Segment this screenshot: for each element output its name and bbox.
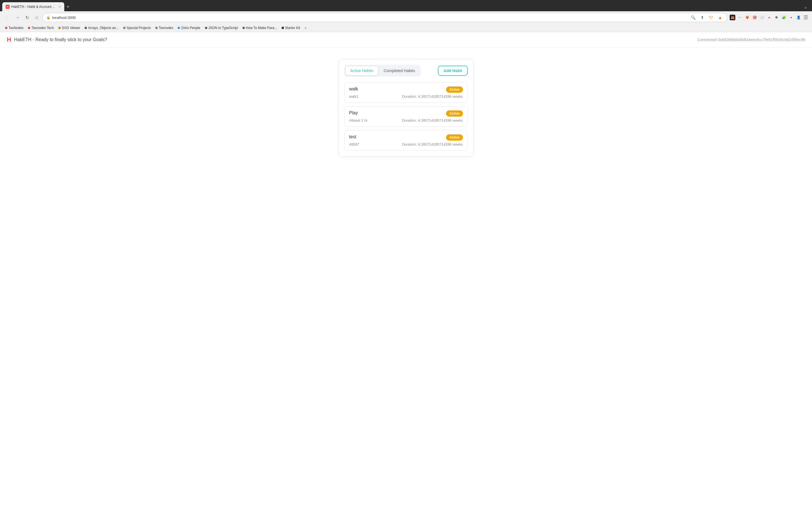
nav-bar: ← → ↻ ☆ 🔒 localhost:3000 🔍 ⬆ 🛡 ▲ 🦊 ··· 🦊… [0,11,812,24]
habit-name: walk [349,87,358,92]
habit-badge: Active [446,110,463,117]
bookmark-dot [205,27,207,29]
habit-duration: Duration: 4.285714285714286 weeks [402,142,463,147]
app-logo-icon: H [7,36,11,43]
bookmark-button[interactable]: ☆ [33,14,40,21]
bookmarks-bar: TaxNodes Taxnodes Tech SVG Viewer Arrays… [0,24,812,32]
app-logo-text: HabETH - Ready to finally stick to your … [14,37,107,42]
bookmark-dot [58,27,61,29]
bookmark-label: JSON to TypeScript [208,26,238,30]
bookmark-folder-icon [123,27,125,29]
habit-card-top: test Active [349,134,463,140]
bookmark-starter[interactable]: Starter Kit [280,25,302,31]
bookmark-label: Taxnodes [159,26,173,30]
brave-rewards[interactable]: ▲ [716,15,724,20]
bookmark-para[interactable]: How To Make Para... [241,25,279,31]
forward-button[interactable]: → [13,14,21,21]
habit-desc: Atleast 1 hr [349,118,368,122]
habits-panel: Active Habits Completed Habits Add Habit… [338,59,474,157]
ext-icon-6[interactable]: ❄ [774,15,779,20]
tab-menu-button[interactable]: ⌄ [802,4,810,10]
ext-icon-4[interactable]: ⚪ [759,15,765,20]
bookmark-label: Zoho People [181,26,200,30]
habit-badge: Active [446,134,463,140]
address-bar[interactable]: 🔒 localhost:3000 🔍 ⬆ 🛡 ▲ [43,13,727,22]
new-tab-button[interactable]: + [64,4,72,10]
app-header: H HabETH - Ready to finally stick to you… [0,32,812,48]
add-habit-button[interactable]: Add Habit [438,66,468,76]
wallet-address: Connected 0x68266b8d4b834eec6cc7fe91f563… [698,38,805,42]
ext-icon-3[interactable]: 🎯 [752,15,757,20]
bookmark-label: Special Projects [126,26,151,30]
tabs-row: Active Habits Completed Habits Add Habit [344,65,468,76]
habit-card: test Active 49587 Duration: 4.2857142857… [344,130,468,151]
bookmark-dot [5,27,7,29]
app-logo: H HabETH - Ready to finally stick to you… [7,36,107,43]
bookmark-label: SVG Viewer [62,26,80,30]
ext-menu-icon[interactable]: ··· [737,15,743,20]
habit-duration: Duration: 4.285714285714286 weeks [402,118,463,122]
bookmark-label: How To Make Para... [246,26,277,30]
habit-card-top: walk Active [349,87,463,93]
bookmark-special-projects[interactable]: Special Projects [121,25,153,31]
brave-shield[interactable]: 🛡 [707,15,715,20]
ext-icon-1[interactable]: 🦊 [730,15,735,20]
tab-active-habits[interactable]: Active Habits [345,66,378,75]
address-bar-actions: 🔍 ⬆ 🛡 ▲ [689,15,724,20]
browser-menu[interactable]: ☰ [803,15,809,20]
habit-card: walk Active walk1 Duration: 4.2857142857… [344,82,468,103]
browser-extensions: 🦊 ··· 🦊 🎯 ⚪ ● ❄ 🧩 ▪ 👤 ☰ [730,15,809,20]
bookmark-label: TaxNodes [8,26,23,30]
bookmark-dot [28,27,30,29]
tab-favicon: H [6,5,10,9]
back-button[interactable]: ← [3,14,11,21]
bookmark-label: Starter Kit [285,26,300,30]
bookmarks-more-button[interactable]: » [303,25,308,31]
habit-badge: Active [446,87,463,93]
ext-icon-9[interactable]: 👤 [796,15,801,20]
bookmark-svg-viewer[interactable]: SVG Viewer [57,25,82,31]
bookmark-json[interactable]: JSON to TypeScript [203,25,240,31]
habit-desc: 49587 [349,142,359,147]
lock-icon: 🔒 [46,15,50,19]
app-content: H HabETH - Ready to finally stick to you… [0,32,812,507]
ext-icon-5[interactable]: ● [766,15,772,20]
search-button[interactable]: 🔍 [689,15,697,20]
active-tab[interactable]: H HabETH - Habit & Accountability × [2,2,64,11]
bookmark-dot [85,27,87,29]
habit-list: walk Active walk1 Duration: 4.2857142857… [344,82,468,151]
habit-card-top: Play Active [349,110,463,117]
habit-name: test [349,134,356,139]
habit-duration: Duration: 4.285714285714286 weeks [402,94,463,99]
bookmark-dot [282,27,284,29]
ext-icon-7[interactable]: 🧩 [781,15,786,20]
habit-name: Play [349,110,358,115]
bookmark-label: Taxnodes Tech [31,26,54,30]
tabs-group: Active Habits Completed Habits [344,65,421,76]
bookmark-zoho[interactable]: Zoho People [176,25,202,31]
reload-button[interactable]: ↻ [24,14,31,21]
ext-icon-8[interactable]: ▪ [788,15,794,20]
habit-card: Play Active Atleast 1 hr Duration: 4.285… [344,106,468,127]
bookmark-taxnodes2[interactable]: Taxnodes [154,25,175,31]
ext-icon-2[interactable]: 🦊 [744,15,750,20]
bookmark-taxnodes-tech[interactable]: Taxnodes Tech [26,25,56,31]
url-text: localhost:3000 [52,15,688,20]
bookmark-arrays[interactable]: Arrays, Objects an... [83,25,120,31]
tab-label: HabETH - Habit & Accountability [11,5,56,9]
habit-desc: walk1 [349,94,358,99]
tab-close-button[interactable]: × [59,4,61,9]
bookmark-dot [177,27,180,29]
habit-bottom: 49587 Duration: 4.285714285714286 weeks [349,140,463,147]
bookmark-dot [155,27,158,29]
bookmark-taxnodes[interactable]: TaxNodes [3,25,25,31]
habit-bottom: Atleast 1 hr Duration: 4.285714285714286… [349,117,463,122]
bookmark-label: Arrays, Objects an... [88,26,119,30]
tab-completed-habits[interactable]: Completed Habits [379,66,419,75]
tab-bar: H HabETH - Habit & Accountability × + ⌄ [0,0,812,11]
habit-bottom: walk1 Duration: 4.285714285714286 weeks [349,93,463,99]
bookmark-dot [243,27,245,29]
browser-chrome: H HabETH - Habit & Accountability × + ⌄ … [0,0,812,32]
main-container: Active Habits Completed Habits Add Habit… [0,48,812,168]
share-button[interactable]: ⬆ [699,15,706,20]
